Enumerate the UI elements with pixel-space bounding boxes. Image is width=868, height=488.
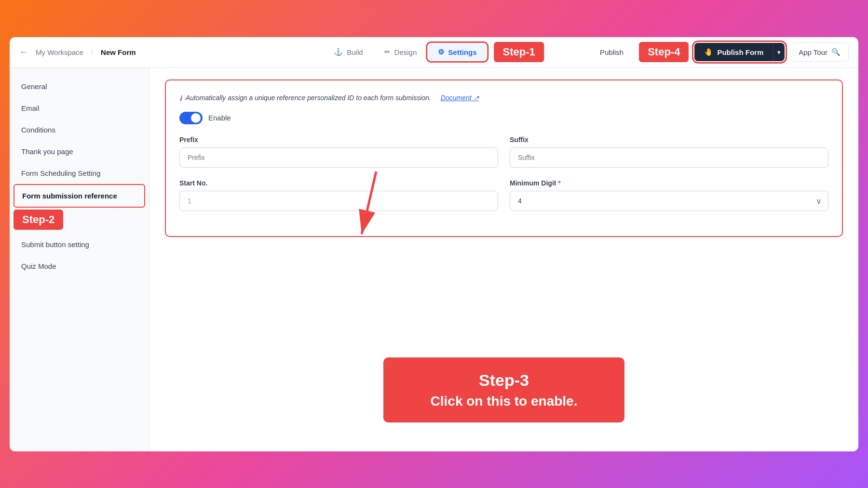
sidebar-item-conditions[interactable]: Conditions	[10, 119, 149, 141]
suffix-input[interactable]	[510, 147, 828, 168]
start-no-input[interactable]	[179, 191, 498, 211]
step3-subtitle: Click on this to enable.	[403, 392, 605, 410]
sidebar-item-email[interactable]: Email	[10, 97, 149, 119]
external-link-icon: ↗	[474, 94, 479, 102]
back-button[interactable]: ←	[19, 47, 28, 57]
min-digit-field-group: Minimum Digit * 4 1 2 3 5 6	[510, 179, 828, 211]
tab-settings-label: Settings	[448, 48, 476, 56]
enable-row: Enable	[179, 112, 828, 124]
publish-button[interactable]: Publish	[590, 44, 633, 60]
publish-form-label: Publish Form	[717, 48, 763, 56]
tab-design-label: Design	[394, 48, 417, 56]
prefix-suffix-row: Prefix Suffix	[179, 136, 828, 168]
tab-build[interactable]: ⚓ Build	[324, 44, 372, 60]
sidebar-item-submit-button[interactable]: Submit button setting	[10, 234, 149, 255]
publish-form-button[interactable]: 🤚 Publish Form	[694, 43, 773, 61]
app-tour-label: App Tour	[799, 48, 827, 56]
publish-form-group: 🤚 Publish Form ▾	[694, 43, 785, 61]
main-content: ℹ Automatically assign a unique referenc…	[149, 68, 858, 451]
prefix-label: Prefix	[179, 136, 498, 144]
step3-title: Step-3	[403, 369, 605, 392]
start-no-label: Start No.	[179, 179, 498, 187]
min-digit-select[interactable]: 4 1 2 3 5 6	[510, 191, 828, 211]
settings-icon: ⚙	[438, 48, 444, 56]
tab-design[interactable]: ✏ Design	[375, 44, 427, 60]
info-text: Automatically assign a unique reference …	[186, 94, 431, 102]
body-area: General Email Conditions Thank you page …	[10, 68, 858, 451]
app-tour-icon: 🔍	[831, 48, 841, 56]
enable-toggle[interactable]	[179, 112, 203, 124]
submit-button-label: Submit button setting	[21, 240, 89, 249]
step3-box: Step-3 Click on this to enable.	[383, 357, 624, 422]
main-container: ← My Workspace / New Form ⚓ Build ✏ Desi…	[10, 37, 858, 451]
info-card: ℹ Automatically assign a unique referenc…	[165, 79, 843, 237]
min-digit-label-text: Minimum Digit	[510, 179, 556, 187]
enable-label: Enable	[208, 114, 231, 122]
step1-label: Step-1	[494, 42, 544, 62]
publish-form-dropdown-button[interactable]: ▾	[773, 44, 785, 61]
nav-tabs: ⚓ Build ✏ Design ⚙ Settings Step-1	[324, 42, 544, 62]
workspace-label: My Workspace	[36, 48, 83, 56]
required-asterisk: *	[558, 179, 560, 187]
build-icon: ⚓	[334, 48, 343, 56]
step4-label: Step-4	[639, 42, 689, 62]
sidebar-item-general[interactable]: General	[10, 76, 149, 97]
startno-mindigit-row: Start No. Minimum Digit * 4 1 2	[179, 179, 828, 211]
doc-link-text: Document	[441, 94, 472, 102]
tab-build-label: Build	[347, 48, 363, 56]
tab-settings[interactable]: ⚙ Settings	[428, 44, 486, 60]
prefix-field-group: Prefix	[179, 136, 498, 168]
doc-link[interactable]: Document ↗	[441, 94, 479, 102]
sidebar: General Email Conditions Thank you page …	[10, 68, 149, 451]
info-icon: ℹ	[179, 94, 182, 102]
start-no-field-group: Start No.	[179, 179, 498, 211]
app-tour-button[interactable]: App Tour 🔍	[790, 42, 849, 62]
prefix-input[interactable]	[179, 147, 498, 168]
min-digit-select-wrapper: 4 1 2 3 5 6 ∨	[510, 191, 828, 211]
sidebar-item-quiz[interactable]: Quiz Mode	[10, 255, 149, 277]
min-digit-label: Minimum Digit *	[510, 179, 828, 187]
toggle-knob	[191, 113, 201, 123]
info-row: ℹ Automatically assign a unique referenc…	[179, 94, 828, 102]
step2-label: Step-2	[14, 210, 63, 230]
suffix-field-group: Suffix	[510, 136, 828, 168]
form-name-label: New Form	[101, 48, 136, 56]
nav-right: Publish Step-4 🤚 Publish Form ▾ App Tour…	[590, 42, 849, 62]
design-icon: ✏	[384, 48, 391, 56]
suffix-label: Suffix	[510, 136, 828, 144]
sidebar-item-scheduling[interactable]: Form Scheduling Setting	[10, 162, 149, 184]
top-nav: ← My Workspace / New Form ⚓ Build ✏ Desi…	[10, 37, 858, 68]
sidebar-item-submission-ref[interactable]: Form submission reference	[14, 184, 145, 208]
sidebar-item-thank-you[interactable]: Thank you page	[10, 141, 149, 162]
publish-form-icon: 🤚	[704, 48, 713, 56]
breadcrumb-separator: /	[91, 48, 93, 56]
